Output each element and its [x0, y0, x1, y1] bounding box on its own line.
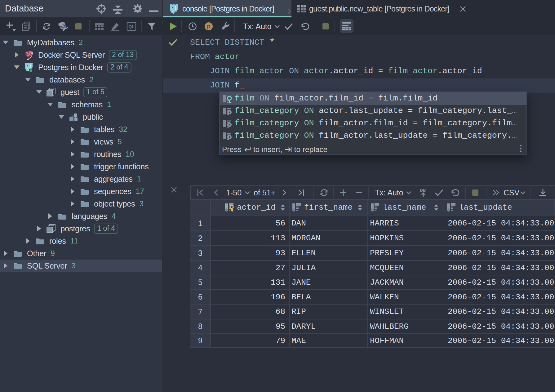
svg-text:QL: QL: [128, 24, 135, 29]
svg-text:p: p: [207, 23, 211, 29]
svg-text:DB: DB: [420, 188, 426, 193]
